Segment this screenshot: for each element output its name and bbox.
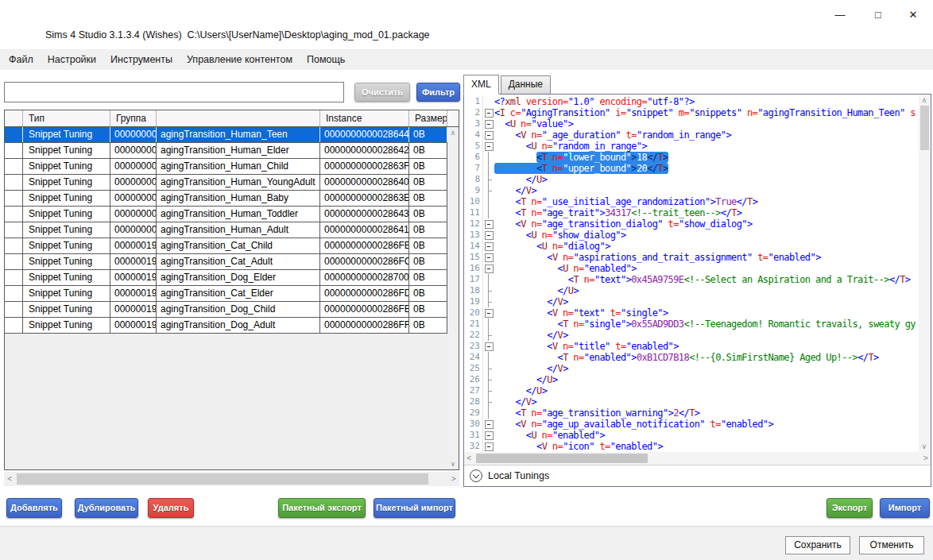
scroll-up-icon[interactable]: ∧ [919,95,930,105]
batch-export-button[interactable]: Пакетный экспорт [278,498,366,518]
code-line[interactable]: 8 </U> [464,174,919,185]
fold-collapse-icon[interactable] [483,241,494,252]
code-horizontal-scrollbar[interactable]: < > [464,452,931,465]
chevron-down-circle-icon[interactable] [470,469,482,482]
tab-xml[interactable]: XML [463,75,499,95]
code-line[interactable]: 19 </V> [464,296,919,307]
column-header[interactable]: Размер [409,110,447,126]
menu-item[interactable]: Помощь [300,49,352,70]
fold-collapse-icon[interactable] [483,441,494,452]
code-line[interactable]: 9 </V> [464,185,919,196]
cancel-button[interactable]: Отменить [859,536,924,554]
import-button[interactable]: Импорт [880,498,930,518]
save-button[interactable]: Сохранить [785,536,850,554]
code-line[interactable]: 11 <T n="age_trait">34317<!--trait_teen-… [464,207,919,218]
code-line[interactable]: 20 <V n="text" t="single"> [464,307,919,319]
fold-collapse-icon[interactable] [483,252,494,263]
delete-button[interactable]: Удалять [148,498,194,518]
code-line[interactable]: 15 <V n="aspirations_and_trait_assignmen… [464,252,919,263]
code-line[interactable]: 5 <U n="random_in_range"> [464,141,919,152]
code-line[interactable]: 21 <T n="single">0x55AD9DD3<!--Teenagedo… [464,319,919,330]
table-row[interactable]: Snippet Tuning00000000agingTransition_Hu… [5,191,447,207]
code-line[interactable]: 27 </U> [464,385,919,396]
table-row[interactable]: Snippet Tuning00000019agingTransition_Ca… [5,254,447,270]
fold-collapse-icon[interactable] [483,263,494,274]
table-row[interactable]: Snippet Tuning00000000agingTransition_Hu… [5,159,447,175]
scroll-up-icon[interactable]: ∧ [447,128,459,137]
duplicate-button[interactable]: Дублировать [75,498,138,518]
fold-collapse-icon[interactable] [483,419,494,430]
code-line[interactable]: 18 </U> [464,285,919,296]
code-line[interactable]: 31 <U n="enabled"> [464,430,919,441]
code-line[interactable]: 3 <U n="value"> [464,118,919,129]
scroll-down-icon[interactable]: ∨ [447,459,459,469]
fold-collapse-icon[interactable] [483,307,494,319]
scroll-left-icon[interactable]: < [7,472,12,486]
clear-button[interactable]: Очистить [354,83,410,102]
table-row[interactable]: Snippet Tuning00000019agingTransition_Do… [5,302,447,318]
scrollbar-thumb[interactable] [920,106,929,150]
code-line[interactable]: 29 <T n="age_transition_warning">2</T> [464,407,919,419]
code-line[interactable]: 1<?xml version="1.0" encoding="utf-8"?> [464,96,919,107]
table-vertical-scrollbar[interactable]: ∧ ∨ [447,127,459,469]
xml-code-editor[interactable]: 1<?xml version="1.0" encoding="utf-8"?>2… [464,95,931,452]
batch-import-button[interactable]: Пакетный импорт [374,498,455,518]
table-row[interactable]: Snippet Tuning00000000agingTransition_Hu… [5,127,447,143]
fold-collapse-icon[interactable] [483,141,494,152]
table-row[interactable]: Snippet Tuning00000019agingTransition_Do… [5,318,447,334]
fold-collapse-icon[interactable] [483,118,494,129]
code-line[interactable]: 24 <T n="enabled">0xB1CD7B18<!--{0.SimFi… [464,352,919,363]
column-header[interactable]: Instance [320,110,409,126]
scroll-right-icon[interactable]: > [923,451,928,465]
close-icon[interactable]: ✕ [900,5,927,25]
code-vertical-scrollbar[interactable]: ∧ ∨ [919,95,931,452]
fold-collapse-icon[interactable] [483,430,494,441]
code-line[interactable]: 6 <T n="lower_bound">18</T> [464,152,919,163]
tab-данные[interactable]: Данные [501,75,551,95]
code-line[interactable]: 7 <T n="upper_bound">20</T> [464,163,919,174]
code-line[interactable]: 2<I c="AgingTransition" i="snippet" m="s… [464,107,919,118]
code-line[interactable]: 26 </U> [464,374,919,385]
fold-collapse-icon[interactable] [483,341,494,352]
fold-collapse-icon[interactable] [483,107,494,118]
fold-collapse-icon[interactable] [483,230,494,241]
code-lines[interactable]: 1<?xml version="1.0" encoding="utf-8"?>2… [464,96,919,452]
fold-collapse-icon[interactable] [483,129,494,141]
filter-button[interactable]: Фильтр [416,83,460,102]
table-row[interactable]: Snippet Tuning00000000agingTransition_Hu… [5,207,447,222]
local-tunings-expander[interactable]: Local Tunings [464,465,931,486]
table-row[interactable]: Snippet Tuning00000019agingTransition_Ca… [5,286,447,302]
minimize-icon[interactable]: — [827,5,854,25]
code-line[interactable]: 25 </V> [464,363,919,374]
maximize-icon[interactable]: □ [865,5,892,25]
code-line[interactable]: 23 <V n="title" t="enabled"> [464,341,919,352]
scrollbar-thumb[interactable] [17,473,428,485]
code-line[interactable]: 16 <U n="enabled"> [464,263,919,274]
export-button[interactable]: Экспорт [827,498,873,518]
add-button[interactable]: Добавлять [6,498,62,518]
fold-collapse-icon[interactable] [483,218,494,230]
code-line[interactable]: 32 <V n="icon" t="enabled"> [464,441,919,452]
column-header[interactable] [157,110,320,126]
column-header[interactable]: Группа [110,110,157,126]
menu-item[interactable]: Файл [2,49,41,70]
table-horizontal-scrollbar[interactable]: < > [4,472,459,486]
menu-item[interactable]: Инструменты [103,49,180,70]
search-input[interactable] [4,82,344,102]
code-line[interactable]: 10 <T n="_use_initial_age_randomization"… [464,196,919,207]
code-line[interactable]: 22 </V> [464,330,919,341]
scroll-right-icon[interactable]: > [451,472,456,486]
column-header[interactable]: Тип [23,110,110,126]
scroll-left-icon[interactable]: < [466,451,471,465]
scroll-down-icon[interactable]: ∨ [919,442,930,451]
table-row[interactable]: Snippet Tuning00000000agingTransition_Hu… [5,143,447,159]
code-line[interactable]: 17 <T n="text">0x45A9759E<!--Select an A… [464,274,919,285]
code-line[interactable]: 4 <V n="_age_duration" t="random_in_rang… [464,129,919,141]
code-line[interactable]: 13 <U n="show_dialog"> [464,230,919,241]
code-line[interactable]: 12 <V n="age_transition_dialog" t="show_… [464,218,919,230]
code-line[interactable]: 28 </V> [464,396,919,407]
table-row[interactable]: Snippet Tuning00000019agingTransition_Ca… [5,238,447,254]
menu-item[interactable]: Настройки [41,49,103,70]
code-line[interactable]: 14 <U n="dialog"> [464,241,919,252]
table-row[interactable]: Snippet Tuning00000000agingTransition_Hu… [5,222,447,238]
